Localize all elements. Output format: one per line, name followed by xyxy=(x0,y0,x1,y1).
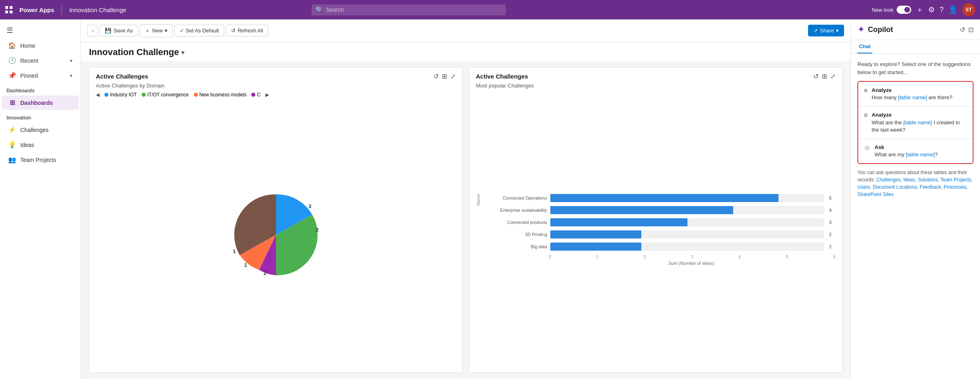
main-content: ‹ 💾 Save As ＋ New ▾ ✓ Set As Default ↺ R… xyxy=(81,19,851,379)
y-axis-label: Name xyxy=(476,194,481,212)
suggestion-link-2[interactable]: [table name] xyxy=(906,151,935,158)
legend-industry-iot: Industry IOT xyxy=(104,92,137,98)
sidebar-item-challenges[interactable]: ⚡ Challenges xyxy=(2,123,79,137)
share-chevron-icon: ▾ xyxy=(836,28,839,34)
legend-label-industry-iot: Industry IOT xyxy=(110,92,137,98)
suggestion-text-0: Analyze How many [table name] are there? xyxy=(872,87,952,101)
active-challenges-pie-card: Active Challenges ↺ ⊞ ⤢ Active Challenge… xyxy=(89,67,462,373)
sidebar-item-recent[interactable]: 🕐 Recent ▾ xyxy=(2,53,79,68)
new-button[interactable]: ＋ New ▾ xyxy=(140,24,173,37)
user-icon[interactable]: 👤 xyxy=(948,5,957,14)
bar-track-0 xyxy=(550,194,824,202)
suggestion-icon-2: ☺ xyxy=(864,144,870,151)
copilot-settings-icon[interactable]: ⊡ xyxy=(968,26,974,34)
bar-label-1: Enterprise sustainability xyxy=(482,208,547,213)
suggestion-title-0: Analyze xyxy=(872,87,952,94)
suggestion-item-1[interactable]: ≡ Analyze What are the [table name] I cr… xyxy=(858,106,973,139)
bar-fill-2 xyxy=(550,218,687,226)
copilot-title: Copilot xyxy=(868,26,893,34)
refresh-all-button[interactable]: ↺ Refresh All xyxy=(226,25,268,36)
bar-expand-icon[interactable]: ⤢ xyxy=(830,72,836,80)
innovation-section-header: Innovation xyxy=(0,110,81,122)
save-as-icon: 💾 xyxy=(105,28,111,34)
copilot-reset-icon[interactable]: ↺ xyxy=(960,26,965,34)
pie-refresh-icon[interactable]: ↺ xyxy=(433,72,439,80)
legend-prev-icon[interactable]: ◀ xyxy=(96,92,100,98)
sidebar-item-team-projects[interactable]: 👥 Team Projects xyxy=(2,153,79,167)
bar-export-icon[interactable]: ⊞ xyxy=(822,72,827,80)
pinned-expand-icon: ▾ xyxy=(70,73,72,79)
legend-next-icon[interactable]: ▶ xyxy=(265,92,269,98)
hamburger-icon[interactable]: ☰ xyxy=(0,23,81,38)
bar-track-4 xyxy=(550,243,824,251)
bar-fill-3 xyxy=(550,230,641,238)
legend-dot-c xyxy=(251,93,255,97)
pie-label-1-purple: 1 xyxy=(244,262,247,268)
svg-rect-1 xyxy=(10,6,13,9)
bar-refresh-icon[interactable]: ↺ xyxy=(813,72,819,80)
svg-rect-3 xyxy=(10,11,13,13)
bar-value-3: 2 xyxy=(829,232,836,237)
recent-icon: 🕐 xyxy=(8,57,16,64)
copilot-header: ✦ Copilot ↺ ⊡ xyxy=(851,19,980,40)
sidebar-dashboards-label: Dashboards xyxy=(20,100,53,106)
bar-row-2: Connected products 3 xyxy=(482,218,836,226)
sidebar-item-dashboards[interactable]: ⊞ Dashboards xyxy=(2,96,79,110)
suggestion-icon-1: ≡ xyxy=(864,112,868,119)
bar-subtitle: Most popular Challenges xyxy=(469,82,842,90)
bar-fill-0 xyxy=(550,194,778,202)
legend-itot: IT/OT convergence xyxy=(142,92,189,98)
bar-card-title: Active Challenges xyxy=(476,73,528,80)
sidebar-item-pinned[interactable]: 📌 Pinned ▾ xyxy=(2,68,79,83)
sidebar-pinned-label: Pinned xyxy=(20,72,38,79)
pie-export-icon[interactable]: ⊞ xyxy=(442,72,447,80)
suggestion-link-0[interactable]: [table name] xyxy=(898,94,927,100)
legend-dot-new-biz xyxy=(194,93,198,97)
recent-expand-icon: ▾ xyxy=(70,58,72,64)
suggestion-link-1a[interactable]: [table name] xyxy=(903,119,932,126)
bar-chart-body: Name Connected Operations 5 xyxy=(469,90,842,372)
set-as-default-button[interactable]: ✓ Set As Default xyxy=(174,25,224,36)
help-icon[interactable]: ? xyxy=(940,6,944,14)
refresh-icon: ↺ xyxy=(231,28,235,34)
pie-expand-icon[interactable]: ⤢ xyxy=(450,72,456,80)
dashboards-icon: ⊞ xyxy=(8,99,16,106)
copilot-footer: You can ask questions about these tables… xyxy=(857,169,974,198)
refresh-all-label: Refresh All xyxy=(238,28,263,34)
sidebar-home-label: Home xyxy=(20,43,35,49)
top-nav: Power Apps Innovation Challenge 🔍 New lo… xyxy=(0,0,980,19)
x-axis-title: Sum (Number of ideas) xyxy=(482,261,836,266)
new-look-toggle[interactable]: New look xyxy=(872,6,911,14)
copilot-logo-icon: ✦ xyxy=(857,24,865,35)
bar-row-0: Connected Operations 5 xyxy=(482,194,836,202)
avatar[interactable]: ST xyxy=(962,3,975,16)
search-input[interactable] xyxy=(326,6,502,13)
x-axis-2: 2 xyxy=(643,255,646,259)
bar-label-3: 3D Printing xyxy=(482,232,547,237)
suggestion-item-2[interactable]: ☺ Ask What are my [table name]? xyxy=(858,139,973,163)
bar-fill-4 xyxy=(550,243,641,251)
share-button[interactable]: ↗ Share ▾ xyxy=(808,25,844,36)
sidebar-item-ideas[interactable]: 💡 Ideas xyxy=(2,138,79,152)
bar-track-1 xyxy=(550,206,824,214)
bar-label-2: Connected products xyxy=(482,220,547,225)
suggestion-item-0[interactable]: ≡ Analyze How many [table name] are ther… xyxy=(858,82,973,106)
new-look-switch[interactable] xyxy=(897,6,911,14)
share-icon: ↗ xyxy=(813,28,818,34)
bar-value-1: 4 xyxy=(829,208,836,213)
legend-c: C xyxy=(251,92,261,98)
x-axis-4: 4 xyxy=(738,255,741,259)
bar-value-0: 5 xyxy=(829,196,836,200)
page-header: Innovation Challenge ▾ xyxy=(81,42,851,61)
sidebar-item-home[interactable]: 🏠 Home xyxy=(2,38,79,53)
copilot-tab-chat[interactable]: Chat xyxy=(857,40,872,53)
save-as-button[interactable]: 💾 Save As xyxy=(100,25,138,36)
page-title-chevron-icon[interactable]: ▾ xyxy=(181,49,185,56)
settings-icon[interactable]: ⚙ xyxy=(928,5,935,14)
back-button[interactable]: ‹ xyxy=(87,25,98,36)
search-bar[interactable]: 🔍 xyxy=(312,4,506,15)
sidebar-challenges-label: Challenges xyxy=(20,127,49,133)
plus-icon[interactable]: ＋ xyxy=(916,5,923,15)
pie-legend: ◀ Industry IOT IT/OT convergence New bus… xyxy=(89,90,462,101)
grid-icon[interactable] xyxy=(5,6,13,14)
